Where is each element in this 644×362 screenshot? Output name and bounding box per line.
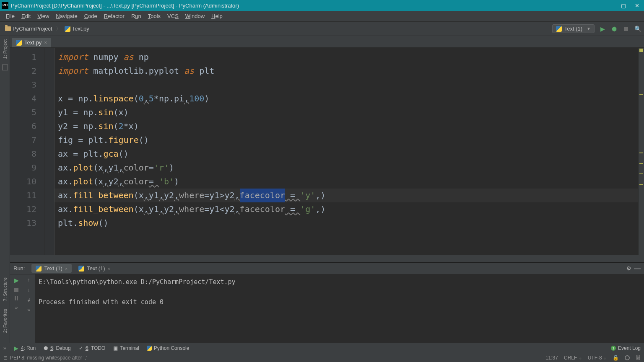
title-bar: PyCharmProject [D:\PyCharmProject] - ...… <box>0 0 644 11</box>
play-icon: ▶ <box>600 26 605 32</box>
editor-tab-label: Text.py <box>24 39 42 46</box>
run-console[interactable]: E:\Tools\python\python.exe D:/PyCharmPro… <box>35 274 644 343</box>
caret-position[interactable]: 11:37 <box>545 355 558 361</box>
fold-gutter <box>44 48 55 255</box>
code-breadcrumb-bar <box>10 255 644 262</box>
line-number: 10 <box>13 175 36 189</box>
line-number: 9 <box>13 161 36 175</box>
run-header: Run: Text (1) × Text (1) × ⚙ — <box>10 263 644 274</box>
search-everywhere-button[interactable]: 🔍 <box>634 25 641 33</box>
menu-refactor[interactable]: Refactor <box>101 12 128 20</box>
line-number: 8 <box>13 147 36 161</box>
menu-navigate[interactable]: Navigate <box>52 12 80 20</box>
line-number: 12 <box>13 202 36 216</box>
maximize-button[interactable]: ▢ <box>621 3 626 8</box>
close-tab-button[interactable]: × <box>65 266 68 271</box>
warning-marker[interactable] <box>639 153 643 153</box>
warning-marker[interactable] <box>639 184 643 185</box>
run-title: Run: <box>13 265 25 272</box>
database-icon[interactable]: 🗄 <box>636 355 641 361</box>
line-number: 4 <box>13 92 36 106</box>
soft-wrap-button[interactable]: ↲ <box>27 297 31 303</box>
run-side-toolbar-2: ↑ ↓ ↲ » <box>23 274 35 343</box>
run-side-toolbar-1: ▶ » <box>10 274 23 343</box>
close-button[interactable]: ✕ <box>634 3 640 8</box>
terminal-tool-button[interactable]: ▣Terminal <box>113 345 139 351</box>
error-stripe[interactable] <box>638 48 644 255</box>
debug-tool-button[interactable]: ⬢5: Debug <box>43 345 71 351</box>
run-config-selector[interactable]: Text (1) ▼ <box>552 24 595 33</box>
line-number: 11 <box>13 189 36 202</box>
warning-marker[interactable] <box>639 173 643 174</box>
favorites-tool-button[interactable]: 2: Favorites <box>3 307 8 334</box>
search-icon: 🔍 <box>634 26 641 32</box>
editor-tab-text-py[interactable]: Text.py × <box>12 38 51 47</box>
navigation-bar: PyCharmProject 〉 Text.py Text (1) ▼ ▶ ⬢ … <box>0 22 644 36</box>
run-tab-1[interactable]: Text (1) × <box>31 264 72 273</box>
line-number: 6 <box>13 119 36 133</box>
close-tab-button[interactable]: × <box>44 40 47 46</box>
line-number: 1 <box>13 50 36 64</box>
run-tool-button[interactable]: ▶4: 4: RunRun <box>14 345 36 351</box>
minimize-button[interactable]: — <box>607 3 613 8</box>
up-stack-button[interactable]: ↑ <box>28 277 30 283</box>
menu-file[interactable]: File <box>3 12 18 20</box>
todo-tool-button[interactable]: ✓6: TODO <box>78 345 106 351</box>
menu-bar: File Edit View Navigate Code Refactor Ru… <box>0 11 644 22</box>
menu-help[interactable]: Help <box>208 12 226 20</box>
run-tab-2[interactable]: Text (1) × <box>74 264 114 273</box>
stop-run-button[interactable] <box>14 288 18 292</box>
event-log-button[interactable]: 1Event Log <box>611 345 641 351</box>
editor-area: Text.py × 1 2 3 4 5 6 7 8 9 10 11 12 13 <box>10 36 644 343</box>
file-encoding[interactable]: UTF-8 ≑ <box>588 355 607 361</box>
run-config-label: Text (1) <box>564 26 582 32</box>
expand-down-icon[interactable]: » <box>27 307 30 313</box>
warning-marker[interactable] <box>639 94 643 95</box>
pause-button[interactable] <box>15 296 18 300</box>
python-icon <box>36 266 42 272</box>
warning-marker[interactable] <box>639 163 643 164</box>
python-icon <box>147 346 152 351</box>
menu-vcs[interactable]: VCS <box>164 12 182 20</box>
down-stack-button[interactable]: ↓ <box>28 287 30 293</box>
menu-view[interactable]: View <box>34 12 52 20</box>
breadcrumb-file[interactable]: Text.py <box>62 25 92 33</box>
code-editor[interactable]: 1 2 3 4 5 6 7 8 9 10 11 12 13 import num… <box>10 48 644 255</box>
pycharm-icon <box>2 2 8 9</box>
menu-edit[interactable]: Edit <box>18 12 34 20</box>
project-tool-button[interactable]: 1: Project <box>3 38 8 60</box>
breadcrumb-project[interactable]: PyCharmProject <box>3 25 55 33</box>
gear-icon[interactable]: ⚙ <box>626 265 631 272</box>
line-number: 7 <box>13 133 36 147</box>
line-number: 3 <box>13 78 36 92</box>
expand-down-icon[interactable]: » <box>15 305 18 310</box>
menu-window[interactable]: Window <box>182 12 208 20</box>
lock-icon[interactable]: 🔓 <box>613 355 619 361</box>
expand-icon[interactable]: » <box>3 345 6 351</box>
terminal-icon: ▣ <box>113 346 118 351</box>
run-tab-label: Text (1) <box>87 265 105 272</box>
debug-button[interactable]: ⬢ <box>610 25 618 33</box>
inspection-indicator-icon[interactable] <box>639 49 643 52</box>
collapse-icon[interactable] <box>2 65 8 70</box>
close-tab-button[interactable]: × <box>108 266 110 271</box>
line-separator[interactable]: CRLF ≑ <box>564 355 582 361</box>
menu-run[interactable]: Run <box>128 12 145 20</box>
code-content[interactable]: import numpy as np import matplotlib.pyp… <box>55 48 638 255</box>
stop-button[interactable] <box>622 25 630 33</box>
menu-code[interactable]: Code <box>81 12 101 20</box>
line-number: 5 <box>13 106 36 119</box>
python-icon <box>556 26 562 32</box>
bottom-tool-strip: » ▶4: 4: RunRun ⬢5: Debug ✓6: TODO ▣Term… <box>0 343 644 353</box>
breadcrumb-project-label: PyCharmProject <box>13 26 52 32</box>
run-button[interactable]: ▶ <box>599 25 606 33</box>
minimize-panel-button[interactable]: — <box>634 265 641 272</box>
memory-indicator-icon[interactable] <box>625 355 630 360</box>
window-title: PyCharmProject [D:\PyCharmProject] - ...… <box>11 3 607 9</box>
status-bar: ⊟ PEP 8: missing whitespace after ',' 11… <box>0 353 644 362</box>
collapse-status-icon[interactable]: ⊟ <box>3 355 8 361</box>
python-console-tool-button[interactable]: Python Console <box>147 345 190 351</box>
rerun-button[interactable]: ▶ <box>14 277 19 284</box>
structure-tool-button[interactable]: 7: Structure <box>3 276 8 303</box>
menu-tools[interactable]: Tools <box>145 12 164 20</box>
